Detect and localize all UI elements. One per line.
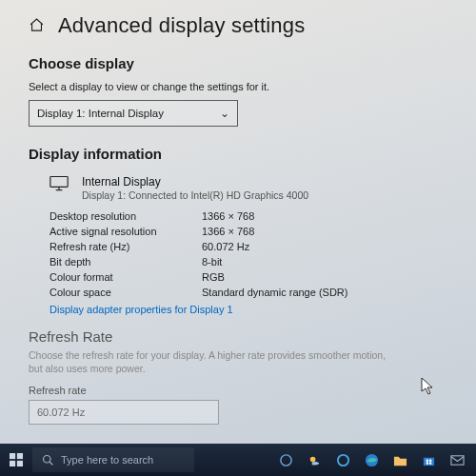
prop-key: Refresh rate (Hz) (50, 241, 202, 252)
refresh-rate-description: Choose the refresh rate for your display… (29, 348, 390, 375)
refresh-rate-dropdown[interactable]: 60.072 Hz (29, 400, 219, 425)
svg-rect-13 (428, 462, 430, 464)
prop-val: RGB (202, 271, 447, 283)
device-subtitle: Display 1: Connected to Intel(R) HD Grap… (82, 189, 308, 201)
device-summary: Internal Display Display 1: Connected to… (50, 175, 447, 201)
svg-rect-0 (50, 177, 68, 188)
svg-point-8 (337, 454, 347, 465)
page-header: Advanced display settings (29, 13, 447, 38)
monitor-icon (50, 175, 69, 194)
svg-rect-12 (426, 462, 427, 464)
svg-rect-1 (10, 453, 15, 459)
refresh-rate-section: Refresh Rate Choose the refresh rate for… (29, 328, 447, 425)
search-icon (42, 454, 53, 466)
start-button[interactable] (0, 453, 32, 466)
page-title: Advanced display settings (58, 13, 305, 38)
prop-key: Active signal resolution (50, 226, 202, 237)
tray-mail-icon[interactable] (449, 452, 465, 467)
taskbar: Type here to search (0, 444, 476, 476)
choose-display-hint: Select a display to view or change the s… (29, 81, 447, 92)
prop-val: 1366 × 768 (202, 226, 447, 237)
svg-rect-11 (428, 459, 430, 461)
svg-rect-4 (17, 461, 23, 466)
refresh-rate-label: Refresh rate (29, 385, 447, 396)
refresh-rate-heading: Refresh Rate (29, 328, 447, 345)
prop-key: Colour space (50, 287, 202, 298)
prop-val: 60.072 Hz (202, 241, 447, 252)
device-name: Internal Display (82, 175, 308, 188)
prop-key: Desktop resolution (50, 210, 202, 222)
svg-rect-3 (10, 461, 15, 466)
svg-point-5 (44, 456, 51, 464)
tray-edge-icon[interactable] (364, 452, 379, 467)
svg-point-7 (309, 456, 315, 462)
choose-display-heading: Choose display (29, 55, 447, 71)
display-info-section: Display information Internal Display Dis… (29, 146, 447, 315)
refresh-rate-value: 60.072 Hz (37, 407, 85, 418)
svg-rect-10 (426, 459, 427, 461)
tray-circle-icon[interactable] (278, 452, 293, 467)
taskbar-search-placeholder: Type here to search (61, 454, 153, 466)
svg-rect-14 (450, 455, 463, 464)
display-selector-dropdown[interactable]: Display 1: Internal Display ⌄ (29, 100, 238, 127)
adapter-properties-link[interactable]: Display adapter properties for Display 1 (50, 304, 233, 315)
svg-rect-2 (17, 453, 23, 459)
system-tray (267, 452, 476, 467)
display-info-heading: Display information (29, 146, 447, 162)
prop-key: Colour format (50, 271, 202, 283)
svg-point-6 (280, 454, 290, 465)
tray-store-icon[interactable] (421, 452, 436, 467)
prop-val: 1366 × 768 (202, 210, 447, 222)
chevron-down-icon: ⌄ (220, 107, 229, 120)
taskbar-search[interactable]: Type here to search (32, 447, 194, 472)
settings-page: Advanced display settings Choose display… (0, 0, 476, 444)
tray-weather-icon[interactable] (307, 452, 322, 467)
prop-val: Standard dynamic range (SDR) (202, 287, 447, 298)
prop-key: Bit depth (50, 256, 202, 268)
display-selector-value: Display 1: Internal Display (37, 108, 164, 119)
prop-val: 8-bit (202, 256, 447, 268)
tray-cortana-icon[interactable] (335, 452, 350, 467)
display-properties-table: Desktop resolution1366 × 768 Active sign… (50, 210, 447, 298)
home-icon[interactable] (29, 17, 45, 35)
tray-explorer-icon[interactable] (392, 452, 407, 467)
